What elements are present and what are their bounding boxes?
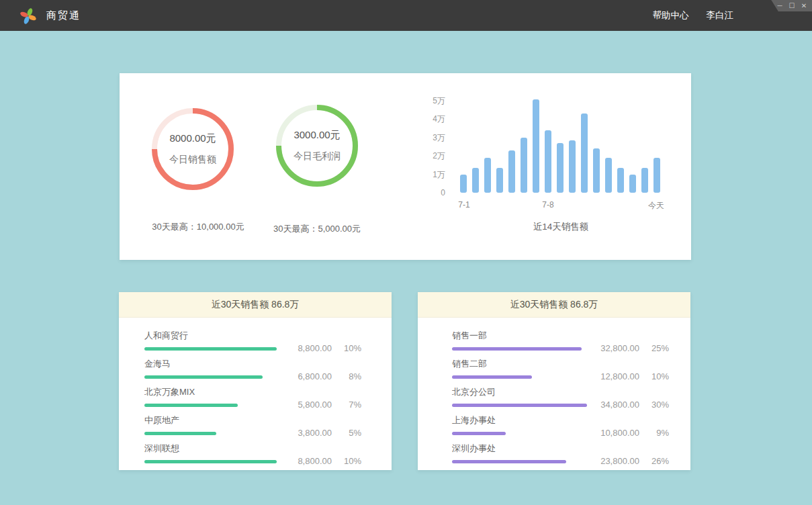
item-percent: 9%: [639, 428, 669, 438]
item-value: 23,800.00: [590, 456, 639, 466]
item-value: 8,800.00: [282, 456, 332, 466]
close-icon[interactable]: ✕: [799, 1, 809, 11]
item-bar: [452, 404, 587, 407]
bar: [460, 175, 467, 193]
item-percent: 8%: [332, 371, 361, 381]
item-label: 北京分公司: [452, 386, 590, 398]
customers-30d-card: 近30天销售额 86.8万 人和商贸行8,800.0010%金海马6,800.0…: [119, 292, 392, 470]
bar: [496, 168, 503, 193]
item-value: 34,800.00: [590, 400, 639, 410]
item-percent: 10%: [639, 371, 669, 381]
donut-center-text: 3000.00元 今日毛利润: [270, 99, 364, 193]
item-bar: [144, 432, 216, 435]
item-value: 5,800.00: [282, 400, 332, 410]
bar: [533, 99, 539, 193]
item-value: 8,800.00: [282, 343, 332, 353]
y-tick: 3万: [433, 133, 445, 142]
window-controls: ─ ☐ ✕: [768, 0, 812, 11]
today-profit-value: 3000.00元: [294, 129, 340, 142]
customers-list: 人和商贸行8,800.0010%金海马6,800.008%北京万象MIX5,80…: [119, 318, 392, 463]
item-bar: [144, 404, 238, 407]
bar-chart-title: 近14天销售额: [460, 221, 662, 233]
y-tick: 5万: [433, 96, 445, 105]
item-percent: 5%: [332, 428, 361, 438]
item-label: 销售二部: [452, 358, 590, 370]
item-percent: 30%: [639, 400, 669, 410]
bar-series: [460, 99, 662, 193]
bar: [521, 138, 527, 193]
list-item: 北京万象MIX5,800.007%: [144, 386, 356, 407]
x-tick: 7-1: [458, 200, 469, 210]
list-item: 销售二部12,800.0010%: [452, 358, 665, 379]
bar: [605, 158, 612, 193]
departments-30d-card: 近30天销售额 86.8万 销售一部32,800.0025%销售二部12,800…: [418, 292, 690, 470]
list-item: 北京分公司34,800.0030%: [452, 386, 665, 407]
item-label: 金海马: [144, 358, 282, 370]
bar: [545, 130, 551, 193]
donut-center-text: 8000.00元 今日销售额: [146, 102, 240, 196]
list-item: 深圳办事处23,800.0026%: [452, 443, 665, 463]
item-label: 深圳联想: [144, 443, 282, 455]
item-bar: [452, 460, 566, 463]
departments-card-title: 近30天销售额 86.8万: [418, 292, 690, 318]
bar: [484, 158, 491, 193]
item-percent: 25%: [639, 343, 669, 353]
item-percent: 10%: [332, 456, 361, 466]
item-label: 销售一部: [452, 330, 590, 342]
list-item: 金海马6,800.008%: [144, 358, 356, 379]
item-bar: [452, 347, 582, 351]
help-center-link[interactable]: 帮助中心: [653, 9, 689, 21]
maximize-icon[interactable]: ☐: [787, 1, 797, 11]
x-axis: 7-1 7-8 今天: [460, 200, 662, 210]
list-item: 上海办事处10,800.009%: [452, 414, 665, 435]
list-item: 中原地产3,800.005%: [144, 414, 356, 435]
item-bar: [144, 460, 277, 463]
titlebar: 商贸通 帮助中心 李白江 ─ ☐ ✕: [0, 0, 812, 31]
customers-card-title: 近30天销售额 86.8万: [119, 292, 392, 318]
today-profit-donut-chart: 3000.00元 今日毛利润: [270, 99, 364, 193]
app-window: 商贸通 帮助中心 李白江 ─ ☐ ✕ 8000.00元 今日销售额 30天最高：…: [0, 0, 812, 505]
item-value: 12,800.00: [590, 371, 639, 381]
item-label: 人和商贸行: [144, 330, 282, 342]
summary-card: 8000.00元 今日销售额 30天最高：10,000.00元 3000.00元…: [120, 73, 691, 260]
profit-30d-max-caption: 30天最高：5,000.00元: [230, 223, 404, 235]
y-tick: 0: [441, 188, 445, 197]
item-value: 32,800.00: [590, 343, 639, 353]
list-item: 人和商贸行8,800.0010%: [144, 330, 356, 351]
list-item: 深圳联想8,800.0010%: [144, 443, 356, 463]
today-sales-value: 8000.00元: [169, 132, 216, 145]
y-tick: 4万: [433, 114, 445, 124]
item-bar: [452, 375, 532, 379]
item-value: 10,800.00: [590, 428, 639, 438]
item-value: 6,800.00: [282, 371, 332, 381]
bar: [641, 168, 648, 193]
item-bar: [144, 347, 277, 351]
bar: [629, 175, 636, 193]
bar: [557, 143, 563, 193]
item-percent: 10%: [332, 343, 361, 353]
item-percent: 7%: [332, 400, 361, 410]
bar: [593, 148, 600, 193]
top-menu: 帮助中心 李白江: [653, 9, 734, 21]
bar: [472, 168, 479, 193]
item-percent: 26%: [639, 456, 669, 466]
bar: [653, 158, 660, 193]
item-bar: [452, 432, 506, 435]
item-bar: [144, 375, 263, 379]
item-label: 北京万象MIX: [144, 386, 282, 398]
today-profit-label: 今日毛利润: [294, 150, 341, 163]
bar: [617, 168, 624, 193]
bar: [569, 140, 576, 193]
y-tick: 1万: [433, 170, 445, 179]
y-tick: 2万: [433, 151, 445, 160]
y-axis: 5万4万3万2万1万0: [408, 99, 445, 193]
x-tick: 今天: [648, 200, 664, 212]
bar: [581, 113, 588, 193]
app-logo-pinwheel-icon: [19, 6, 38, 25]
list-item: 销售一部32,800.0025%: [452, 330, 665, 351]
bar: [508, 150, 515, 193]
item-value: 3,800.00: [282, 428, 332, 438]
user-name-menu[interactable]: 李白江: [707, 9, 734, 21]
minimize-icon[interactable]: ─: [775, 1, 784, 11]
item-label: 中原地产: [144, 414, 282, 426]
